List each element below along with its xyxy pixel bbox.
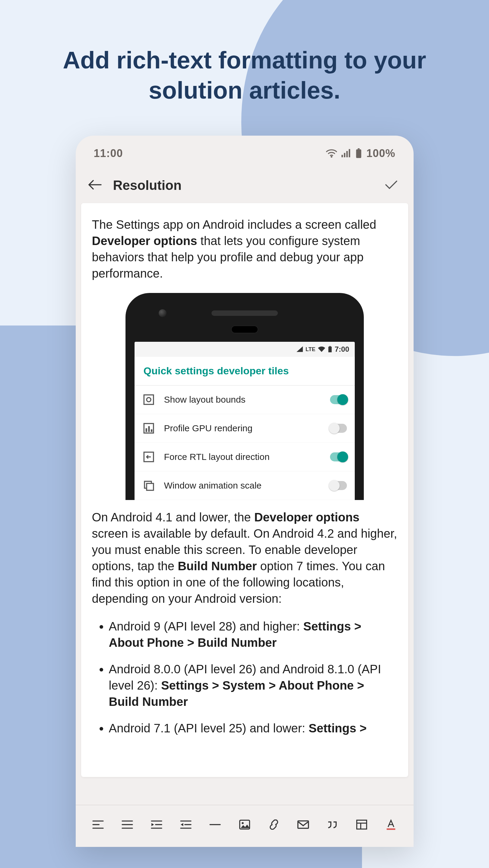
email-icon [297,820,310,830]
confirm-button[interactable] [384,179,399,191]
phone-camera-icon [159,309,167,317]
image-button[interactable] [230,815,259,834]
svg-rect-22 [387,829,396,830]
check-icon [384,179,399,190]
quote-button[interactable] [318,815,347,834]
phone-home-icon [231,326,258,333]
table-button[interactable] [347,815,376,834]
outdent-icon [179,819,192,830]
email-button[interactable] [288,815,318,834]
editor-toolbar [76,805,413,847]
svg-rect-6 [356,149,362,158]
tile-row: Window animation scale [135,471,355,500]
back-button[interactable] [88,179,102,191]
svg-rect-14 [151,429,152,432]
embedded-title: Quick settings developer tiles [135,357,355,385]
status-bar: 11:00 100% [76,135,413,167]
text-color-icon [385,819,397,830]
svg-point-10 [147,398,151,402]
list-item: Android 8.0.0 (API level 26) and Android… [109,661,394,710]
tile-icon [142,393,155,406]
hr-button[interactable] [201,815,230,834]
header-title: Resolution [113,178,181,193]
svg-rect-3 [346,151,348,157]
tile-label: Force RTL layout direction [164,451,321,463]
phone-speaker-icon [211,310,278,316]
link-button[interactable] [259,815,288,834]
quote-icon [326,820,339,830]
paragraph-2: On Android 4.1 and lower, the Developer … [92,509,397,607]
outdent-button[interactable] [171,815,201,834]
indent-button[interactable] [142,815,171,834]
article-content[interactable]: The Settings app on Android includes a s… [81,203,408,777]
tile-label: Show layout bounds [164,394,321,406]
tile-label: Profile GPU rendering [164,422,321,435]
svg-rect-1 [342,155,343,157]
status-time: 11:00 [94,147,123,160]
arrow-left-icon [88,179,102,190]
indent-icon [150,819,163,830]
align-left-button[interactable] [84,815,113,834]
align-justify-button[interactable] [113,815,142,834]
battery-icon [355,148,362,158]
list-item: Android 9 (API level 28) and higher: Set… [109,618,394,651]
phone-device: 11:00 100% Resolution The Settings app o… [76,135,413,847]
tile-row: Show layout bounds [135,385,355,414]
wifi-icon [318,346,325,352]
embedded-phone-image: LTE 7:00 Quick settings developer tiles … [125,293,364,500]
list-item: Android 7.1 (API level 25) and lower: Se… [109,720,394,736]
hr-icon [209,819,222,830]
svg-rect-8 [328,347,332,352]
svg-point-19 [242,822,244,824]
tile-icon [142,479,155,492]
signal-icon [296,346,303,352]
tile-toggle[interactable] [330,453,347,461]
text-color-button[interactable] [376,815,405,834]
svg-point-0 [331,156,333,158]
embedded-time: 7:00 [335,344,349,354]
image-icon [239,819,251,830]
svg-rect-17 [147,484,153,490]
tile-label: Window animation scale [164,479,321,492]
tile-toggle[interactable] [330,395,347,404]
signal-icon [342,149,351,158]
tile-row: Profile GPU rendering [135,414,355,443]
wifi-icon [326,149,337,158]
svg-rect-9 [144,395,153,404]
status-right: 100% [326,147,395,160]
lte-label: LTE [306,346,316,353]
page-heading: Add rich-text formatting to your solutio… [0,0,489,124]
header-bar: Resolution [76,167,413,203]
svg-rect-4 [349,149,350,157]
svg-rect-20 [298,821,308,829]
battery-icon [328,346,332,352]
tile-toggle[interactable] [330,424,347,433]
align-justify-icon [121,819,134,830]
svg-rect-2 [344,153,345,157]
align-left-icon [92,819,105,830]
battery-percent: 100% [366,147,395,160]
tile-icon [142,451,155,463]
tile-row: Force RTL layout direction [135,443,355,471]
embedded-status-bar: LTE 7:00 [135,342,355,357]
svg-rect-7 [329,346,330,347]
svg-rect-5 [358,148,360,149]
svg-rect-13 [148,426,150,432]
tile-toggle[interactable] [330,481,347,490]
bullet-list: Android 9 (API level 28) and higher: Set… [92,609,397,736]
link-icon [267,819,280,830]
tile-icon [142,422,155,435]
embedded-screen: LTE 7:00 Quick settings developer tiles … [135,342,355,500]
svg-rect-21 [357,820,367,829]
table-icon [356,819,368,830]
paragraph-1: The Settings app on Android includes a s… [92,216,397,281]
svg-rect-12 [145,428,147,432]
